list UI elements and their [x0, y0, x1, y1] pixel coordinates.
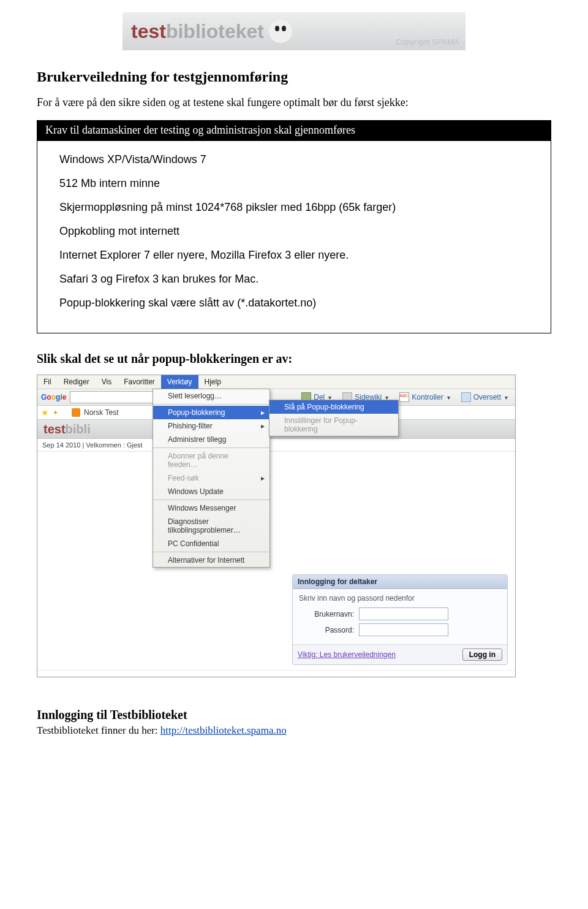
- menu-windows-update[interactable]: Windows Update: [153, 485, 270, 500]
- login-section-heading: Innlogging til Testbiblioteket: [37, 708, 551, 722]
- password-input[interactable]: [359, 623, 448, 636]
- menubar: Fil Rediger Vis Favoritter Verktøy Hjelp: [37, 375, 515, 389]
- spellcheck-icon: [399, 392, 409, 402]
- requirements-header: Krav til datamaskiner der testing og adm…: [37, 120, 551, 140]
- requirement-item: Windows XP/Vista/Windows 7: [59, 153, 542, 166]
- page-title: Brukerveiledning for testgjennomføring: [37, 69, 551, 85]
- menu-tools[interactable]: Verktøy: [161, 375, 198, 389]
- menu-manage-addons[interactable]: Administrer tillegg: [153, 433, 270, 448]
- requirement-item: 512 Mb intern minne: [59, 177, 542, 190]
- tab-icon: [72, 408, 80, 417]
- welcome-bar: Sep 14 2010 | Velkommen : Gjest: [37, 439, 515, 452]
- password-label: Passord:: [299, 626, 354, 634]
- tools-dropdown: Slett leserlogg… Popup-blokkering Phishi…: [153, 389, 270, 568]
- requirement-item: Skjermoppløsning på minst 1024*768 piksl…: [59, 201, 542, 214]
- submenu-enable-popup[interactable]: Slå på Popup-blokkering: [270, 400, 398, 414]
- menu-feed-subscribe: Abonner på denne feeden…: [153, 449, 270, 471]
- menu-messenger[interactable]: Windows Messenger: [153, 501, 270, 515]
- browser-screenshot: Fil Rediger Vis Favoritter Verktøy Hjelp…: [37, 375, 516, 677]
- menu-clear-history[interactable]: Slett leserlogg…: [153, 389, 270, 405]
- username-label: Brukernavn:: [299, 610, 354, 618]
- intro-paragraph: For å være på den sikre siden og at test…: [37, 96, 551, 109]
- google-search-input[interactable]: [70, 391, 163, 403]
- login-button[interactable]: Logg in: [462, 648, 502, 661]
- popup-submenu: Slå på Popup-blokkering Innstillinger fo…: [269, 400, 399, 436]
- menu-popup-blocker[interactable]: Popup-blokkering: [153, 406, 270, 419]
- requirement-item: Oppkobling mot internett: [59, 225, 542, 238]
- logo-banner: testbiblioteket Copyright SPAMA: [123, 12, 466, 50]
- requirements-box: Windows XP/Vista/Windows 7 512 Mb intern…: [37, 140, 551, 333]
- content-gap: [37, 452, 515, 574]
- menu-feed-search: Feed-søk: [153, 471, 270, 485]
- menu-internet-options[interactable]: Alternativer for Internett: [153, 553, 270, 567]
- requirement-item: Internet Explorer 7 eller nyere, Mozilla…: [59, 249, 542, 262]
- translate-button[interactable]: Oversett: [458, 391, 511, 403]
- spellcheck-button[interactable]: Kontroller: [396, 391, 453, 403]
- submenu-popup-settings: Innstillinger for Popup-blokkering: [270, 414, 398, 436]
- requirement-item: Safari 3 og Firefox 3 kan brukes for Mac…: [59, 273, 542, 286]
- logo-copyright: Copyright SPAMA: [396, 37, 459, 47]
- logo-text-bib: biblioteket: [166, 20, 264, 43]
- username-input[interactable]: [359, 607, 448, 620]
- login-subtitle: Skriv inn navn og passord nedenfor: [299, 594, 501, 603]
- login-panel: Innlogging for deltaker Skriv inn navn o…: [292, 574, 508, 665]
- login-help-link[interactable]: Viktig: Les brukerveiledningen: [298, 650, 396, 659]
- requirement-item: Popup-blokkering skal være slått av (*.d…: [59, 297, 542, 310]
- menu-edit[interactable]: Rediger: [58, 375, 96, 389]
- popup-heading: Slik skal det se ut når popup-blokkering…: [37, 352, 551, 366]
- menu-view[interactable]: Vis: [96, 375, 118, 389]
- favorite-star-icon[interactable]: ★: [41, 408, 49, 417]
- logo-face-icon: [269, 20, 292, 43]
- menu-pc-confidential[interactable]: PC Confidential: [153, 537, 270, 552]
- menu-favorites[interactable]: Favoritter: [118, 375, 161, 389]
- menu-diagnose[interactable]: Diagnostiser tilkoblingsproblemer…: [153, 515, 270, 537]
- google-logo: Google: [41, 393, 66, 401]
- menu-help[interactable]: Hjelp: [198, 375, 227, 389]
- login-section-text: Testbiblioteket finner du her: http://te…: [37, 725, 551, 737]
- menu-phishing[interactable]: Phishing-filter: [153, 419, 270, 433]
- tab-title[interactable]: Norsk Test: [84, 408, 118, 417]
- translate-icon: [461, 392, 471, 402]
- logo-text-test: test: [131, 20, 166, 43]
- testbiblioteket-link[interactable]: http://testbiblioteket.spama.no: [160, 725, 287, 736]
- add-favorite-icon[interactable]: ✦: [53, 409, 58, 417]
- login-header: Innlogging for deltaker: [293, 575, 507, 589]
- menu-file[interactable]: Fil: [37, 375, 58, 389]
